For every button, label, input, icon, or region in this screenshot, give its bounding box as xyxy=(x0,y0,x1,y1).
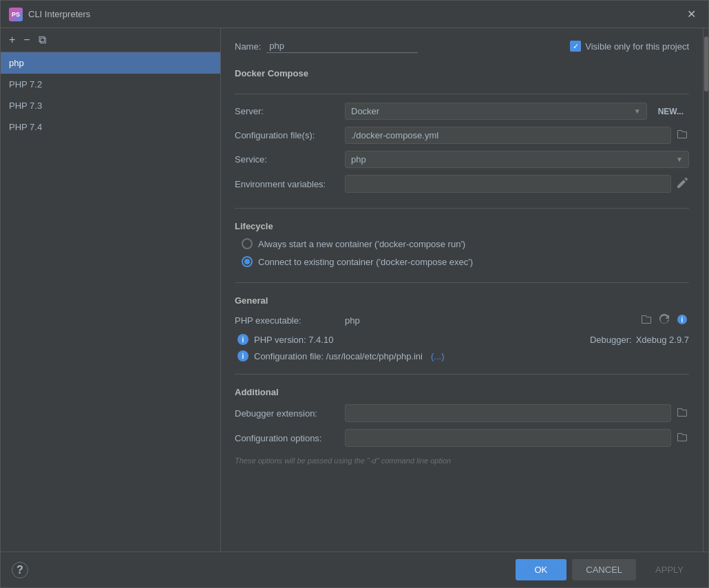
service-label: Service: xyxy=(235,154,345,165)
divider xyxy=(235,374,689,375)
config-files-row: Configuration file(s): ./docker-compose.… xyxy=(235,127,689,144)
php-version-row: i PHP version: 7.4.10 xyxy=(235,334,333,345)
debugger-ext-label: Debugger extension: xyxy=(235,408,345,419)
env-vars-row: Environment variables: xyxy=(235,175,689,193)
config-options-field[interactable] xyxy=(345,429,671,447)
browse-config-options-icon[interactable] xyxy=(675,430,689,446)
toolbar: + − ⧉ xyxy=(1,28,220,52)
browse-config-icon[interactable] xyxy=(675,127,689,143)
php-exec-value: php xyxy=(345,315,639,326)
config-file-row: i Configuration file: /usr/local/etc/php… xyxy=(235,350,689,361)
divider xyxy=(235,94,689,94)
interpreter-item[interactable]: PHP 7.2 xyxy=(1,74,220,95)
env-vars-field[interactable] xyxy=(345,175,671,193)
name-row: Name: Visible only for this project xyxy=(235,39,689,53)
server-select[interactable]: Docker ▼ xyxy=(345,103,647,120)
browse-debugger-icon[interactable] xyxy=(675,406,689,421)
left-panel: + − ⧉ php PHP 7.2 PHP 7.3 PHP 7.4 xyxy=(1,28,221,552)
server-label: Server: xyxy=(235,106,345,116)
dialog-title: CLI Interpreters xyxy=(28,9,90,19)
right-panel: Name: Visible only for this project Dock… xyxy=(221,28,703,552)
browse-php-icon[interactable] xyxy=(639,313,653,328)
env-vars-label: Environment variables: xyxy=(235,179,345,189)
debugger-ext-row: Debugger extension: xyxy=(235,404,689,422)
radio-always-start-label: Always start a new container ('docker-co… xyxy=(258,239,465,249)
ok-button[interactable]: OK xyxy=(516,559,567,580)
visible-checkbox[interactable] xyxy=(570,41,581,52)
service-row: Service: php ▼ xyxy=(235,151,689,168)
config-file-link[interactable]: (...) xyxy=(431,351,445,361)
radio-button-checked[interactable] xyxy=(242,256,253,267)
bottom-bar: ? OK CANCEL APPLY xyxy=(1,552,708,587)
service-select[interactable]: php ▼ xyxy=(345,151,689,168)
server-row: Server: Docker ▼ NEW... xyxy=(235,103,689,120)
general-header: General xyxy=(235,295,689,306)
radio-connect-label: Connect to existing container ('docker-c… xyxy=(258,257,473,267)
name-label: Name: xyxy=(235,41,261,52)
new-server-button[interactable]: NEW... xyxy=(653,104,689,119)
php-version-text: PHP version: 7.4.10 xyxy=(254,335,333,345)
refresh-php-icon[interactable] xyxy=(657,313,671,328)
add-interpreter-button[interactable]: + xyxy=(6,32,18,48)
php-exec-label: PHP executable: xyxy=(235,315,345,326)
scrollbar[interactable] xyxy=(703,28,708,552)
chevron-down-icon: ▼ xyxy=(676,156,683,163)
help-button[interactable]: ? xyxy=(12,562,28,578)
docker-compose-header: Docker Compose xyxy=(235,68,689,78)
action-buttons: OK CANCEL APPLY xyxy=(516,559,698,580)
config-options-label: Configuration options: xyxy=(235,433,345,443)
edit-env-icon[interactable] xyxy=(675,176,689,192)
cancel-button[interactable]: CANCEL xyxy=(572,559,636,580)
lifecycle-header: Lifecycle xyxy=(235,221,689,231)
name-input[interactable] xyxy=(266,39,418,53)
remove-interpreter-button[interactable]: − xyxy=(21,32,32,48)
radio-connect-existing[interactable]: Connect to existing container ('docker-c… xyxy=(235,256,689,267)
interpreter-list: php PHP 7.2 PHP 7.3 PHP 7.4 xyxy=(1,52,220,552)
config-files-field[interactable]: ./docker-compose.yml xyxy=(345,127,671,144)
visible-checkbox-row: Visible only for this project xyxy=(570,41,689,52)
debugger-row: Debugger: Xdebug 2.9.7 xyxy=(590,335,689,345)
interpreter-item[interactable]: PHP 7.3 xyxy=(1,95,220,116)
config-files-label: Configuration file(s): xyxy=(235,130,345,140)
debugger-label: Debugger: xyxy=(590,335,632,345)
close-button[interactable]: ✕ xyxy=(683,6,700,22)
debugger-ext-field[interactable] xyxy=(345,404,671,422)
interpreter-item[interactable]: php xyxy=(1,52,220,74)
copy-interpreter-button[interactable]: ⧉ xyxy=(36,32,49,48)
svg-text:i: i xyxy=(681,316,684,324)
apply-button[interactable]: APPLY xyxy=(642,559,697,580)
config-file-text: Configuration file: /usr/local/etc/php/p… xyxy=(254,351,423,361)
divider xyxy=(235,208,689,209)
main-content: + − ⧉ php PHP 7.2 PHP 7.3 PHP 7.4 xyxy=(1,28,708,552)
info-version-icon: i xyxy=(237,334,248,345)
debugger-value: Xdebug 2.9.7 xyxy=(636,335,689,345)
radio-always-start[interactable]: Always start a new container ('docker-co… xyxy=(235,238,689,249)
php-exec-row: PHP executable: php xyxy=(235,313,689,328)
title-bar: PS CLI Interpreters ✕ xyxy=(1,1,708,28)
config-options-row: Configuration options: xyxy=(235,429,689,447)
note-text: These options will be passed using the "… xyxy=(235,456,689,465)
divider xyxy=(235,282,689,283)
app-icon: PS xyxy=(9,8,23,21)
additional-header: Additional xyxy=(235,387,689,397)
radio-button-unchecked[interactable] xyxy=(242,238,253,249)
info-php-icon[interactable]: i xyxy=(675,313,689,328)
chevron-down-icon: ▼ xyxy=(634,107,641,115)
info-config-icon: i xyxy=(237,350,248,361)
visible-label: Visible only for this project xyxy=(585,41,689,52)
interpreter-item[interactable]: PHP 7.4 xyxy=(1,116,220,138)
